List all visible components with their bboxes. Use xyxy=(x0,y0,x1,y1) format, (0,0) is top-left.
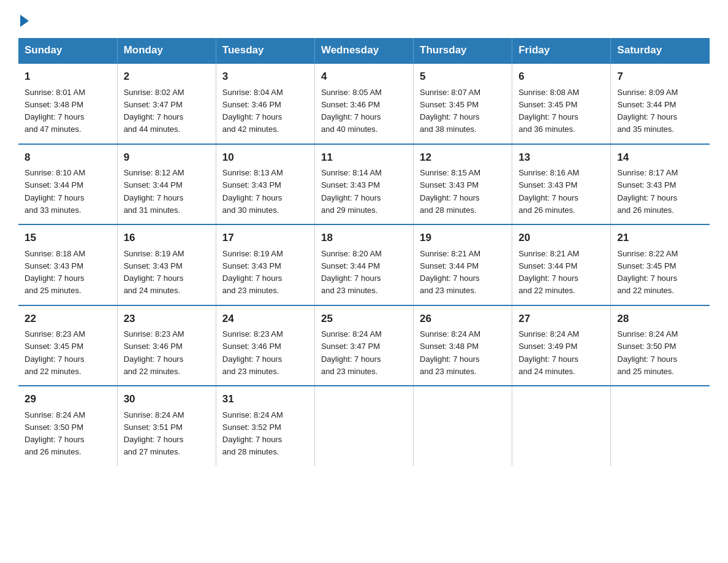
day-cell-5: 5 Sunrise: 8:07 AMSunset: 3:45 PMDayligh… xyxy=(414,63,512,144)
page-header xyxy=(18,12,710,27)
day-number: 24 xyxy=(222,311,308,327)
logo-arrow-icon xyxy=(20,15,29,27)
day-info: Sunrise: 8:14 AMSunset: 3:43 PMDaylight:… xyxy=(321,168,382,215)
day-cell-20: 20 Sunrise: 8:21 AMSunset: 3:44 PMDaylig… xyxy=(512,224,611,305)
day-info: Sunrise: 8:24 AMSunset: 3:51 PMDaylight:… xyxy=(124,410,184,457)
header-tuesday: Tuesday xyxy=(216,38,314,63)
day-cell-7: 7 Sunrise: 8:09 AMSunset: 3:44 PMDayligh… xyxy=(611,63,710,144)
day-number: 19 xyxy=(420,230,506,246)
day-info: Sunrise: 8:24 AMSunset: 3:47 PMDaylight:… xyxy=(321,329,382,376)
day-number: 2 xyxy=(124,69,210,85)
day-info: Sunrise: 8:15 AMSunset: 3:43 PMDaylight:… xyxy=(420,168,480,215)
calendar-table: SundayMondayTuesdayWednesdayThursdayFrid… xyxy=(18,38,710,466)
header-thursday: Thursday xyxy=(414,38,512,63)
day-number: 28 xyxy=(617,311,703,327)
day-info: Sunrise: 8:24 AMSunset: 3:48 PMDaylight:… xyxy=(420,329,480,376)
day-number: 3 xyxy=(222,69,308,85)
day-number: 5 xyxy=(420,69,506,85)
day-number: 14 xyxy=(617,150,703,166)
day-cell-27: 27 Sunrise: 8:24 AMSunset: 3:49 PMDaylig… xyxy=(512,305,611,386)
day-info: Sunrise: 8:22 AMSunset: 3:45 PMDaylight:… xyxy=(617,249,678,296)
day-info: Sunrise: 8:23 AMSunset: 3:46 PMDaylight:… xyxy=(124,329,184,376)
empty-cell xyxy=(314,386,413,466)
day-cell-12: 12 Sunrise: 8:15 AMSunset: 3:43 PMDaylig… xyxy=(414,144,512,225)
day-info: Sunrise: 8:12 AMSunset: 3:44 PMDaylight:… xyxy=(124,168,184,215)
day-cell-4: 4 Sunrise: 8:05 AMSunset: 3:46 PMDayligh… xyxy=(314,63,413,144)
day-cell-2: 2 Sunrise: 8:02 AMSunset: 3:47 PMDayligh… xyxy=(117,63,216,144)
day-info: Sunrise: 8:01 AMSunset: 3:48 PMDaylight:… xyxy=(25,88,85,134)
day-info: Sunrise: 8:24 AMSunset: 3:52 PMDaylight:… xyxy=(222,410,283,457)
day-number: 29 xyxy=(25,391,111,407)
day-number: 17 xyxy=(222,230,308,246)
day-number: 4 xyxy=(321,69,407,85)
day-number: 22 xyxy=(25,311,111,327)
week-row-2: 8 Sunrise: 8:10 AMSunset: 3:44 PMDayligh… xyxy=(18,144,710,225)
header-saturday: Saturday xyxy=(611,38,710,63)
day-number: 27 xyxy=(518,311,604,327)
day-cell-22: 22 Sunrise: 8:23 AMSunset: 3:45 PMDaylig… xyxy=(18,305,117,386)
day-info: Sunrise: 8:23 AMSunset: 3:46 PMDaylight:… xyxy=(222,329,283,376)
day-info: Sunrise: 8:08 AMSunset: 3:45 PMDaylight:… xyxy=(518,88,579,134)
day-number: 11 xyxy=(321,150,407,166)
day-cell-25: 25 Sunrise: 8:24 AMSunset: 3:47 PMDaylig… xyxy=(314,305,413,386)
day-info: Sunrise: 8:02 AMSunset: 3:47 PMDaylight:… xyxy=(124,88,184,134)
day-number: 13 xyxy=(518,150,604,166)
day-number: 1 xyxy=(25,69,111,85)
day-info: Sunrise: 8:05 AMSunset: 3:46 PMDaylight:… xyxy=(321,88,382,134)
day-number: 31 xyxy=(222,391,308,407)
day-info: Sunrise: 8:17 AMSunset: 3:43 PMDaylight:… xyxy=(617,168,678,215)
day-cell-1: 1 Sunrise: 8:01 AMSunset: 3:48 PMDayligh… xyxy=(18,63,117,144)
day-info: Sunrise: 8:16 AMSunset: 3:43 PMDaylight:… xyxy=(518,168,579,215)
empty-cell xyxy=(611,386,710,466)
day-cell-31: 31 Sunrise: 8:24 AMSunset: 3:52 PMDaylig… xyxy=(216,386,314,466)
header-row: SundayMondayTuesdayWednesdayThursdayFrid… xyxy=(18,38,710,63)
week-row-1: 1 Sunrise: 8:01 AMSunset: 3:48 PMDayligh… xyxy=(18,63,710,144)
day-cell-8: 8 Sunrise: 8:10 AMSunset: 3:44 PMDayligh… xyxy=(18,144,117,225)
day-number: 8 xyxy=(25,150,111,166)
day-info: Sunrise: 8:20 AMSunset: 3:44 PMDaylight:… xyxy=(321,249,382,296)
day-cell-29: 29 Sunrise: 8:24 AMSunset: 3:50 PMDaylig… xyxy=(18,386,117,466)
day-cell-3: 3 Sunrise: 8:04 AMSunset: 3:46 PMDayligh… xyxy=(216,63,314,144)
day-info: Sunrise: 8:18 AMSunset: 3:43 PMDaylight:… xyxy=(25,249,85,296)
day-number: 10 xyxy=(222,150,308,166)
day-cell-10: 10 Sunrise: 8:13 AMSunset: 3:43 PMDaylig… xyxy=(216,144,314,225)
day-number: 21 xyxy=(617,230,703,246)
day-cell-15: 15 Sunrise: 8:18 AMSunset: 3:43 PMDaylig… xyxy=(18,224,117,305)
day-info: Sunrise: 8:23 AMSunset: 3:45 PMDaylight:… xyxy=(25,329,85,376)
day-info: Sunrise: 8:13 AMSunset: 3:43 PMDaylight:… xyxy=(222,168,283,215)
day-cell-14: 14 Sunrise: 8:17 AMSunset: 3:43 PMDaylig… xyxy=(611,144,710,225)
day-info: Sunrise: 8:19 AMSunset: 3:43 PMDaylight:… xyxy=(124,249,184,296)
day-info: Sunrise: 8:24 AMSunset: 3:50 PMDaylight:… xyxy=(617,329,678,376)
empty-cell xyxy=(414,386,512,466)
day-cell-6: 6 Sunrise: 8:08 AMSunset: 3:45 PMDayligh… xyxy=(512,63,611,144)
day-cell-26: 26 Sunrise: 8:24 AMSunset: 3:48 PMDaylig… xyxy=(414,305,512,386)
day-number: 6 xyxy=(518,69,604,85)
day-cell-13: 13 Sunrise: 8:16 AMSunset: 3:43 PMDaylig… xyxy=(512,144,611,225)
day-number: 23 xyxy=(124,311,210,327)
week-row-4: 22 Sunrise: 8:23 AMSunset: 3:45 PMDaylig… xyxy=(18,305,710,386)
day-cell-18: 18 Sunrise: 8:20 AMSunset: 3:44 PMDaylig… xyxy=(314,224,413,305)
day-info: Sunrise: 8:24 AMSunset: 3:49 PMDaylight:… xyxy=(518,329,579,376)
day-cell-28: 28 Sunrise: 8:24 AMSunset: 3:50 PMDaylig… xyxy=(611,305,710,386)
day-cell-21: 21 Sunrise: 8:22 AMSunset: 3:45 PMDaylig… xyxy=(611,224,710,305)
day-info: Sunrise: 8:21 AMSunset: 3:44 PMDaylight:… xyxy=(420,249,480,296)
day-cell-17: 17 Sunrise: 8:19 AMSunset: 3:43 PMDaylig… xyxy=(216,224,314,305)
logo xyxy=(18,12,29,27)
header-wednesday: Wednesday xyxy=(314,38,413,63)
header-sunday: Sunday xyxy=(18,38,117,63)
day-info: Sunrise: 8:10 AMSunset: 3:44 PMDaylight:… xyxy=(25,168,85,215)
week-row-3: 15 Sunrise: 8:18 AMSunset: 3:43 PMDaylig… xyxy=(18,224,710,305)
day-cell-11: 11 Sunrise: 8:14 AMSunset: 3:43 PMDaylig… xyxy=(314,144,413,225)
day-info: Sunrise: 8:07 AMSunset: 3:45 PMDaylight:… xyxy=(420,88,480,134)
day-number: 18 xyxy=(321,230,407,246)
day-number: 7 xyxy=(617,69,703,85)
week-row-5: 29 Sunrise: 8:24 AMSunset: 3:50 PMDaylig… xyxy=(18,386,710,466)
day-number: 16 xyxy=(124,230,210,246)
day-number: 20 xyxy=(518,230,604,246)
day-cell-24: 24 Sunrise: 8:23 AMSunset: 3:46 PMDaylig… xyxy=(216,305,314,386)
day-cell-9: 9 Sunrise: 8:12 AMSunset: 3:44 PMDayligh… xyxy=(117,144,216,225)
day-info: Sunrise: 8:19 AMSunset: 3:43 PMDaylight:… xyxy=(222,249,283,296)
day-number: 12 xyxy=(420,150,506,166)
day-number: 26 xyxy=(420,311,506,327)
day-cell-19: 19 Sunrise: 8:21 AMSunset: 3:44 PMDaylig… xyxy=(414,224,512,305)
